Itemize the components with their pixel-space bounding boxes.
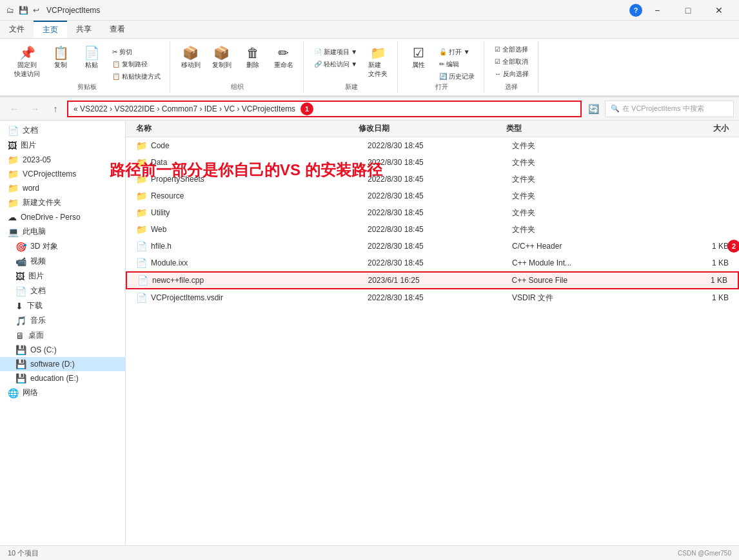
copyto-button[interactable]: 📦 复制到: [208, 44, 236, 72]
copy-button[interactable]: 📋 复制: [46, 44, 75, 72]
history-button[interactable]: 🔄 历史记录: [435, 71, 478, 82]
organize-label: 组织: [172, 82, 303, 92]
ribbon-group-select: ☑ 全部选择 ☑ 全部取消 ↔ 反向选择 选择: [486, 41, 538, 93]
file-size-module: 1 KB: [656, 258, 729, 267]
table-row[interactable]: 📁 PropertySheets 2022/8/30 18:45 文件夹: [126, 171, 739, 188]
undo-icon: ↩: [31, 5, 41, 15]
sidebar-item-videos[interactable]: 📹 视频: [0, 254, 125, 269]
downloads-icon: ⬇: [15, 301, 23, 311]
edit-button[interactable]: ✏ 编辑: [435, 59, 478, 70]
minimize-button[interactable]: −: [642, 0, 672, 21]
newitem-button[interactable]: 📄 新建项目 ▼: [310, 46, 361, 58]
osdrive-icon: 💾: [15, 345, 26, 355]
sidebar-item-onedrive[interactable]: ☁ OneDrive - Perso: [0, 210, 125, 224]
paste-button[interactable]: 📄 粘贴: [77, 44, 106, 72]
folder-icon: 📁: [136, 174, 147, 184]
folder-icon: 📁: [136, 224, 147, 235]
search-box[interactable]: 🔍 在 VCProjectItems 中搜索: [605, 101, 734, 117]
open-button[interactable]: 🔓 打开 ▼: [435, 46, 478, 58]
close-button[interactable]: ✕: [704, 0, 734, 21]
pictures-icon: 🖼: [8, 140, 17, 151]
address-badge: 1: [301, 102, 313, 115]
address-bar: ← → ↑ « VS2022 › VS2022IDE › Common7 › I…: [0, 97, 739, 121]
file-type-cpp: C++ Source File: [512, 276, 656, 285]
sidebar-label-thispc: 此电脑: [23, 226, 46, 237]
search-icon: 🔍: [611, 104, 620, 113]
sidebar-item-pictures2[interactable]: 🖼 图片: [0, 269, 125, 284]
properties-button[interactable]: ☑ 属性: [404, 44, 433, 72]
selectnone-button[interactable]: ☑ 全部取消: [491, 56, 533, 68]
ribbon-content: 📌 固定到快速访问 📋 复制 📄 粘贴 ✂ 剪切 📋 复制路径 📋: [0, 39, 739, 97]
sidebar-item-docs[interactable]: 📄 文档: [0, 123, 125, 138]
tab-share[interactable]: 共享: [67, 21, 101, 38]
table-row[interactable]: 📁 Utility 2022/8/30 18:45 文件夹: [126, 204, 739, 221]
folder-icon: 📁: [136, 140, 147, 151]
tab-view[interactable]: 查看: [101, 21, 134, 38]
ribbon-tabs: 文件 主页 共享 查看: [0, 21, 739, 39]
tab-file[interactable]: 文件: [0, 21, 34, 38]
file-size-cpp: 1 KB: [656, 276, 728, 285]
sidebar-item-2023-05[interactable]: 📁 2023-05: [0, 153, 125, 167]
tab-home[interactable]: 主页: [34, 21, 67, 38]
ribbon-group-new: 📄 新建项目 ▼ 🔗 轻松访问 ▼ 📁 新建文件夹 新建: [305, 41, 398, 93]
col-header-name[interactable]: 名称: [136, 123, 359, 134]
file-name-module: Module.ixx: [151, 258, 368, 267]
sidebar-item-newfolder[interactable]: 📁 新建文件夹: [0, 195, 125, 210]
sidebar-item-word[interactable]: 📁 word: [0, 181, 125, 195]
sidebar-item-vcprojectitems[interactable]: 📁 VCProjectItems: [0, 167, 125, 181]
easyaccess-button[interactable]: 🔗 轻松访问 ▼: [310, 59, 361, 70]
move-button[interactable]: 📦 移动到: [177, 44, 205, 72]
sidebar-item-desktop[interactable]: 🖥 桌面: [0, 328, 125, 343]
refresh-button[interactable]: 🔄: [584, 100, 602, 118]
folder-icon: 📁: [136, 208, 147, 218]
sidebar-item-thispc[interactable]: 💻 此电脑: [0, 224, 125, 239]
sidebar-item-music[interactable]: 🎵 音乐: [0, 313, 125, 328]
music-icon: 🎵: [15, 316, 26, 326]
col-header-type[interactable]: 类型: [506, 123, 655, 134]
selectall-button[interactable]: ☑ 全部选择: [491, 44, 533, 55]
folder-icon: 📁: [136, 157, 147, 168]
sidebar-item-software[interactable]: 💾 software (D:): [0, 357, 125, 371]
watermark: CSDN @Gmer750: [678, 550, 731, 557]
sidebar-label-downloads: 下载: [27, 300, 43, 311]
pin-button[interactable]: 📌 固定到快速访问: [10, 44, 44, 81]
maximize-button[interactable]: □: [673, 0, 703, 21]
delete-icon: 🗑: [246, 46, 259, 59]
ribbon-clipboard-buttons: 📌 固定到快速访问 📋 复制 📄 粘贴 ✂ 剪切 📋 复制路径 📋: [10, 41, 164, 103]
delete-button[interactable]: 🗑 删除: [239, 44, 267, 72]
table-row[interactable]: 📄 hfile.h 2022/8/30 18:45 C/C++ Header 1…: [126, 238, 739, 255]
rename-button[interactable]: ✏ 重命名: [270, 44, 298, 72]
sidebar-item-education[interactable]: 💾 education (E:): [0, 371, 125, 385]
col-header-size[interactable]: 大小: [655, 123, 729, 134]
table-row[interactable]: 📁 Web 2022/8/30 18:45 文件夹: [126, 221, 739, 238]
cut-button[interactable]: ✂ 剪切: [108, 46, 164, 58]
sidebar-item-pictures[interactable]: 🖼 图片: [0, 138, 125, 153]
table-row-cpp[interactable]: 📄 newc++file.cpp 2023/6/1 16:25 C++ Sour…: [126, 271, 739, 289]
pasteshortcut-button[interactable]: 📋 粘贴快捷方式: [108, 71, 164, 82]
folder-icon-new: 📁: [8, 198, 19, 208]
col-header-date[interactable]: 修改日期: [359, 123, 507, 134]
sidebar-item-documents[interactable]: 📄 文档: [0, 284, 125, 298]
sidebar-label-onedrive: OneDrive - Perso: [21, 213, 81, 222]
file-name-code: Code: [151, 141, 368, 150]
table-row[interactable]: 📄 Module.ixx 2022/8/30 18:45 C++ Module …: [126, 255, 739, 271]
title-bar-icons: 🗂 💾 ↩: [5, 5, 41, 15]
file-date-hfile: 2022/8/30 18:45: [368, 242, 512, 251]
table-row[interactable]: 📁 Data 2022/8/30 18:45 文件夹: [126, 154, 739, 171]
newfolder-button[interactable]: 📁 新建文件夹: [364, 44, 392, 81]
ribbon-group-open: ☑ 属性 🔓 打开 ▼ ✏ 编辑 🔄 历史记录 打开: [399, 41, 484, 93]
table-row[interactable]: 📁 Code 2022/8/30 18:45 文件夹: [126, 137, 739, 154]
table-row[interactable]: 📁 Resource 2022/8/30 18:45 文件夹: [126, 188, 739, 204]
address-input[interactable]: « VS2022 › VS2022IDE › Common7 › IDE › V…: [67, 101, 582, 117]
sidebar-item-3dobjects[interactable]: 🎯 3D 对象: [0, 239, 125, 254]
sidebar-label-network: 网络: [23, 387, 38, 398]
table-row[interactable]: 📄 VCProjectItems.vsdir 2022/8/30 18:45 V…: [126, 289, 739, 306]
file-name-resource: Resource: [151, 191, 368, 200]
sidebar-item-osdrive[interactable]: 💾 OS (C:): [0, 343, 125, 357]
invertselect-button[interactable]: ↔ 反向选择: [491, 68, 533, 80]
sidebar-item-downloads[interactable]: ⬇ 下载: [0, 298, 125, 313]
sidebar-item-network[interactable]: 🌐 网络: [0, 385, 125, 400]
file-area: 名称 修改日期 类型 大小 📁 Code 2022/8/30 18:45 文件夹…: [126, 121, 739, 545]
help-button[interactable]: ?: [629, 4, 642, 17]
copypath-button[interactable]: 📋 复制路径: [108, 59, 164, 70]
